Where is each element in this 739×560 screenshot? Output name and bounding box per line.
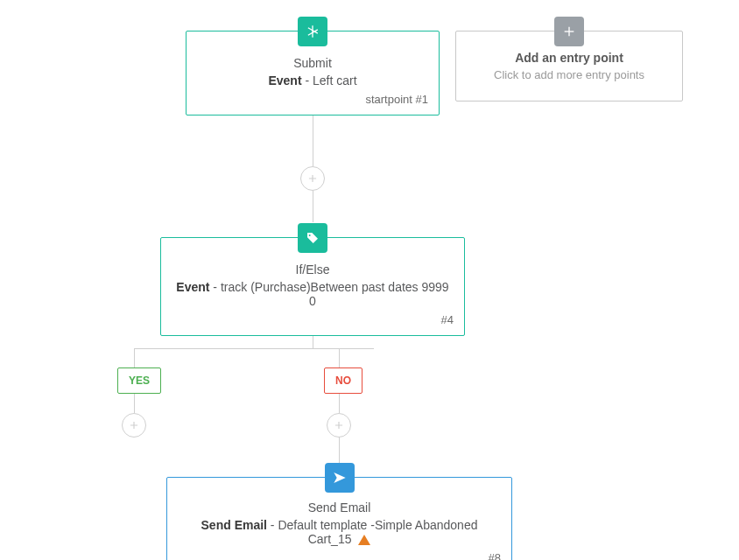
- node-title: If/Else: [172, 262, 454, 276]
- node-title: Send Email: [178, 500, 501, 514]
- connector: [313, 191, 313, 222]
- connector: [339, 348, 340, 368]
- tag-icon: [298, 223, 327, 253]
- paper-plane-icon: [325, 463, 355, 493]
- connector: [134, 348, 135, 368]
- node-ifelse[interactable]: If/Else Event - track (Purchase)Between …: [160, 237, 465, 336]
- add-step-button[interactable]: [300, 166, 325, 191]
- warning-icon: [358, 535, 370, 545]
- asterisk-icon: [298, 17, 327, 46]
- add-step-yes-button[interactable]: [122, 413, 146, 438]
- node-subtitle: Click to add more entry points: [470, 68, 668, 81]
- branch-no-label: NO: [324, 368, 362, 394]
- node-add-entry-point[interactable]: Add an entry point Click to add more ent…: [455, 31, 683, 102]
- node-id: startpoint #1: [197, 93, 428, 106]
- connector: [134, 348, 374, 349]
- branch-yes-label: YES: [117, 368, 161, 394]
- node-startpoint[interactable]: Submit Event - Left cart startpoint #1: [186, 31, 440, 116]
- connector: [339, 438, 340, 464]
- node-title: Add an entry point: [470, 51, 668, 65]
- plus-icon: [554, 17, 584, 46]
- add-step-no-button[interactable]: [327, 413, 351, 438]
- node-id: #8: [178, 551, 501, 560]
- node-send-email[interactable]: Send Email Send Email - Default template…: [166, 477, 512, 560]
- connector: [134, 394, 135, 413]
- node-subtitle: Send Email - Default template -Simple Ab…: [178, 518, 501, 546]
- node-id: #4: [172, 313, 454, 326]
- connector: [339, 394, 340, 413]
- node-title: Submit: [197, 56, 428, 70]
- node-subtitle: Event - track (Purchase)Between past dat…: [172, 280, 454, 308]
- node-subtitle: Event - Left cart: [197, 74, 428, 88]
